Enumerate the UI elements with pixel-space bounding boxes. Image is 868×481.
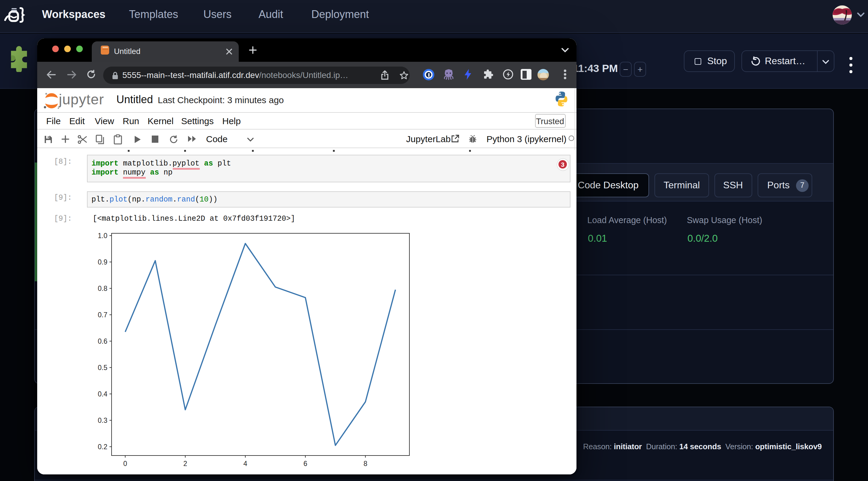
svg-text:0.6: 0.6 (98, 338, 107, 345)
svg-text:0.4: 0.4 (98, 390, 107, 398)
svg-text:0.9: 0.9 (98, 258, 107, 266)
svg-text:0.5: 0.5 (98, 364, 107, 372)
svg-text:6: 6 (304, 460, 307, 468)
svg-text:0.7: 0.7 (98, 311, 107, 319)
svg-text:0.8: 0.8 (98, 285, 107, 292)
svg-text:8: 8 (364, 460, 367, 468)
svg-text:0.3: 0.3 (98, 417, 107, 424)
svg-text:0.2: 0.2 (98, 443, 107, 451)
svg-text:4: 4 (244, 460, 247, 468)
svg-text:2: 2 (183, 460, 187, 468)
svg-text:0: 0 (123, 460, 127, 468)
svg-text:1.0: 1.0 (98, 232, 107, 239)
